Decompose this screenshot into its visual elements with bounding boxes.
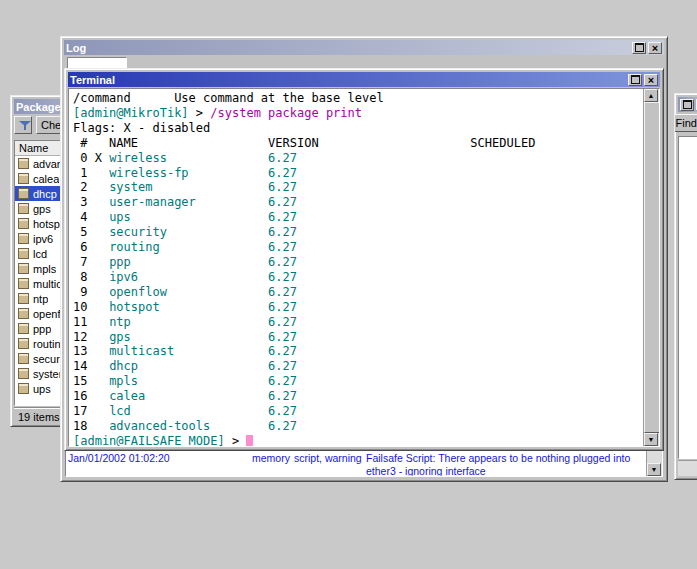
terminal-segment: /system package print xyxy=(210,106,362,120)
terminal-segment: calea 6.27 xyxy=(109,389,297,403)
package-label: ppp xyxy=(33,323,51,335)
package-label: ipv6 xyxy=(33,233,53,245)
terminal-segment: 0 X xyxy=(73,151,109,165)
log-window-buttons xyxy=(632,42,662,54)
terminal-segment: 6 xyxy=(73,240,109,254)
log-titlebar[interactable]: Log xyxy=(64,40,664,55)
terminal-text[interactable]: /command Use command at the base level [… xyxy=(73,91,641,446)
scroll-up-button[interactable]: ▲ xyxy=(644,89,658,102)
package-label: dhcp xyxy=(33,188,57,200)
package-icon xyxy=(18,353,29,364)
terminal-titlebar[interactable]: Terminal xyxy=(68,72,660,87)
terminal-segment: ppp 6.27 xyxy=(109,255,297,269)
terminal-segment: 11 xyxy=(73,315,109,329)
terminal-segment: user-manager 6.27 xyxy=(109,195,297,209)
log-topics: script, warning xyxy=(294,452,362,465)
terminal-segment: dhcp 6.27 xyxy=(109,359,297,373)
terminal-segment: gps 6.27 xyxy=(109,330,297,344)
package-label: lcd xyxy=(33,248,47,260)
terminal-window: Terminal /command Use command at the bas… xyxy=(64,68,664,451)
log-title: Log xyxy=(66,42,632,54)
log-buffer: memory xyxy=(252,452,290,465)
log-message: Failsafe Script: There appears to be not… xyxy=(366,452,658,477)
terminal-segment: 2 xyxy=(73,180,109,194)
right-window-buttons xyxy=(680,99,697,111)
arrow-down-icon: ▼ xyxy=(648,436,655,443)
terminal-segment: advanced-tools 6.27 xyxy=(109,419,297,433)
package-icon xyxy=(18,278,29,289)
terminal-segment: multicast 6.27 xyxy=(109,344,297,358)
terminal-segment: /command Use command at the base level xyxy=(73,91,384,105)
maximize-button[interactable] xyxy=(680,99,694,111)
terminal-segment: system 6.27 xyxy=(109,180,297,194)
terminal-segment: wireless-fp 6.27 xyxy=(109,166,297,180)
find-button[interactable]: Find xyxy=(674,114,697,132)
terminal-segment: lcd 6.27 xyxy=(109,404,297,418)
log-rows: Jan/01/2002 01:02:20memoryscript, warnin… xyxy=(66,452,646,477)
log-row[interactable]: Jan/01/2002 01:02:20memoryscript, warnin… xyxy=(66,452,646,477)
maximize-icon xyxy=(635,43,644,52)
package-label: calea xyxy=(33,173,59,185)
package-icon xyxy=(18,173,29,184)
package-label: mpls xyxy=(33,263,56,275)
terminal-segment: routing 6.27 xyxy=(109,240,297,254)
terminal-segment: ipv6 6.27 xyxy=(109,270,297,284)
filter-button[interactable] xyxy=(14,116,32,134)
scroll-thumb[interactable] xyxy=(644,102,660,433)
package-icon xyxy=(18,323,29,334)
terminal-cursor xyxy=(246,435,253,446)
terminal-title: Terminal xyxy=(70,74,628,86)
terminal-segment: 12 xyxy=(73,330,109,344)
terminal-segment: ups 6.27 xyxy=(109,210,297,224)
terminal-segment: [admin@FAILSAFE_MODE] xyxy=(73,434,225,446)
terminal-segment: > xyxy=(189,106,211,120)
package-icon xyxy=(18,338,29,349)
arrow-up-icon: ▲ xyxy=(648,92,655,99)
package-label: ntp xyxy=(33,293,48,305)
package-icon xyxy=(18,293,29,304)
terminal-segment: 18 xyxy=(73,419,109,433)
terminal-body: /command Use command at the base level [… xyxy=(68,88,660,447)
desktop: Find ▼ ▶ Package List Check For Updates xyxy=(0,0,697,569)
terminal-segment: security 6.27 xyxy=(109,225,297,239)
terminal-segment: 7 xyxy=(73,255,109,269)
filter-funnel-icon xyxy=(19,120,27,131)
terminal-segment: 1 xyxy=(73,166,109,180)
close-button[interactable] xyxy=(644,74,658,86)
right-partial-window: Find ▼ ▶ xyxy=(674,93,697,480)
package-icon xyxy=(18,203,29,214)
terminal-segment: > xyxy=(225,434,247,446)
terminal-segment: mpls 6.27 xyxy=(109,374,297,388)
package-icon xyxy=(18,188,29,199)
terminal-segment: # NAME VERSION SCHEDULED xyxy=(73,136,535,150)
package-icon xyxy=(18,158,29,169)
arrow-down-icon: ▼ xyxy=(651,466,658,473)
right-window-titlebar[interactable] xyxy=(678,97,697,112)
terminal-segment: wireless 6.27 xyxy=(109,151,297,165)
right-window-list: ▼ xyxy=(678,136,697,459)
terminal-segment: 4 xyxy=(73,210,109,224)
maximize-icon xyxy=(683,100,692,109)
maximize-button[interactable] xyxy=(628,74,642,86)
package-icon xyxy=(18,263,29,274)
terminal-segment: 15 xyxy=(73,374,109,388)
terminal-segment: 5 xyxy=(73,225,109,239)
terminal-segment: 9 xyxy=(73,285,109,299)
terminal-segment: Flags: X - disabled xyxy=(73,121,210,135)
right-window-hscrollbar[interactable]: ▶ xyxy=(678,460,697,476)
package-icon xyxy=(18,383,29,394)
package-icon xyxy=(18,233,29,244)
maximize-button[interactable] xyxy=(632,42,646,54)
terminal-segment: 14 xyxy=(73,359,109,373)
terminal-segment: openflow 6.27 xyxy=(109,285,297,299)
terminal-segment: 3 xyxy=(73,195,109,209)
terminal-segment: 8 xyxy=(73,270,109,284)
terminal-segment: ntp 6.27 xyxy=(109,315,297,329)
close-button[interactable] xyxy=(648,42,662,54)
scroll-down-button[interactable]: ▼ xyxy=(647,463,661,476)
close-icon xyxy=(648,72,654,87)
scroll-down-button[interactable]: ▼ xyxy=(644,433,658,446)
maximize-icon xyxy=(631,75,640,84)
terminal-window-buttons xyxy=(628,74,658,86)
terminal-vscrollbar[interactable]: ▲ ▼ xyxy=(643,89,659,446)
